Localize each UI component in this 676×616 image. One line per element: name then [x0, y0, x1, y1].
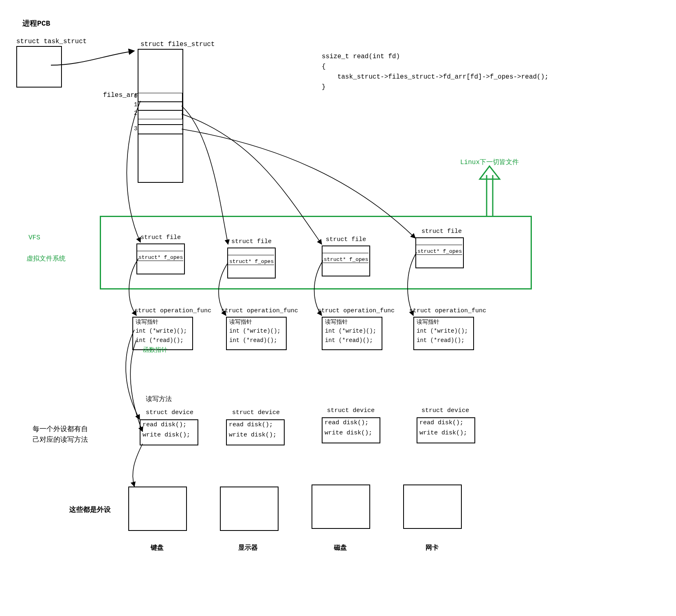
op-box-line: int (*read)(); — [417, 337, 465, 344]
fd-num: 0 — [134, 93, 137, 99]
op-box-line: int (*write)(); — [136, 328, 187, 334]
struct-file-label: struct file — [231, 238, 272, 245]
dev-name: 网卡 — [426, 544, 439, 552]
code-line: task_struct->files_struct->fd_arr[fd]->f… — [322, 73, 549, 81]
struct-device-label: struct device — [146, 409, 193, 416]
func-ptr-note: 函数指针 — [136, 346, 167, 354]
device-line: read disk(); — [229, 421, 273, 428]
op-box-line: int (*read)(); — [136, 337, 184, 344]
side-note: 己对应的读写方法 — [33, 435, 88, 444]
f-opes-label: struct* f_opes — [138, 254, 183, 261]
op-box-header: 读写指针 — [229, 318, 252, 326]
peripherals-note: 这些都是外设 — [69, 505, 111, 514]
vfs-label: VFS — [29, 234, 40, 241]
peripheral-box — [312, 484, 370, 529]
fd-num: 2 — [134, 110, 137, 116]
fd-num: 1 — [134, 101, 137, 108]
struct-device-label: struct device — [421, 407, 469, 414]
device-line: write disk(); — [143, 432, 190, 438]
struct-device-label: struct device — [327, 407, 375, 414]
fd-row — [138, 110, 182, 119]
f-opes-label: struct* f_opes — [417, 248, 462, 254]
f-opes-label: struct* f_opes — [229, 259, 274, 265]
device-line: write disk(); — [325, 430, 372, 436]
op-func-label: struct operation_func — [134, 307, 211, 314]
op-box-line: int (*read)(); — [325, 337, 373, 344]
device-line: write disk(); — [229, 432, 277, 438]
files-arr-label: files_arr — [103, 92, 138, 99]
code-line: ssize_t read(int fd) — [322, 53, 400, 60]
struct-device-label: struct device — [232, 409, 280, 416]
struct-file-label: struct file — [326, 236, 366, 243]
op-func-label: struct operation_func — [318, 307, 395, 314]
struct-file-label: struct file — [421, 228, 462, 235]
op-box-header: 读写指针 — [136, 318, 158, 326]
op-box-line: int (*write)(); — [417, 328, 468, 334]
op-box-header: 读写指针 — [417, 318, 439, 326]
title: 进程PCB — [22, 18, 50, 28]
fd-row — [138, 124, 183, 134]
device-line: read disk(); — [325, 419, 369, 426]
dev-name: 磁盘 — [334, 544, 347, 552]
task-struct-label: struct task_struct — [16, 38, 87, 45]
fd-num: 3 — [134, 125, 137, 132]
op-box-line: int (*read)(); — [229, 337, 277, 344]
dev-name: 显示器 — [238, 544, 258, 552]
fd-row — [138, 93, 182, 102]
peripheral-box — [128, 487, 187, 531]
struct-file-label: struct file — [140, 234, 181, 241]
device-line: read disk(); — [419, 419, 463, 426]
op-box-line: int (*write)(); — [325, 328, 376, 334]
f-opes-label: struct* f_opes — [324, 256, 368, 263]
dev-name: 键盘 — [151, 544, 164, 552]
op-func-label: struct operation_func — [409, 307, 486, 314]
device-line: read disk(); — [143, 421, 187, 428]
device-line: write disk(); — [419, 430, 467, 436]
op-func-label: struct operation_func — [221, 307, 298, 314]
code-line: { — [322, 63, 326, 70]
op-box-header: 读写指针 — [325, 318, 348, 326]
rw-method-label: 读写方法 — [146, 395, 172, 403]
task-struct-box — [16, 46, 62, 88]
vfs-label: 虚拟文件系统 — [26, 254, 66, 263]
side-note: 每一个外设都有自 — [33, 424, 88, 434]
files-struct-label: struct files_struct — [140, 41, 215, 48]
linux-note: Linux下一切皆文件 — [460, 158, 519, 167]
fd-row — [138, 101, 182, 111]
peripheral-box — [403, 484, 462, 529]
peripheral-box — [220, 487, 279, 531]
op-box-line: int (*write)(); — [229, 328, 281, 334]
code-line: } — [322, 83, 326, 91]
